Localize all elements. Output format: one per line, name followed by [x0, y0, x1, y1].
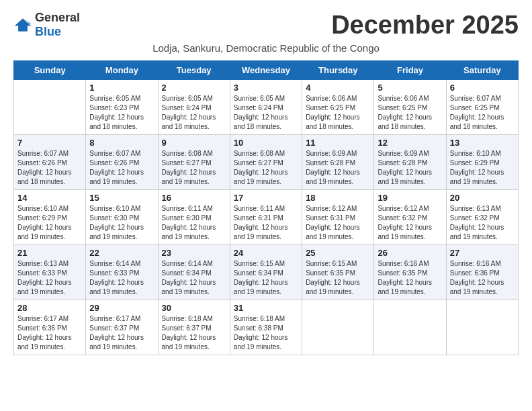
- calendar-cell: 10Sunrise: 6:08 AMSunset: 6:27 PMDayligh…: [230, 135, 302, 190]
- day-number: 11: [306, 138, 370, 148]
- calendar-table: SundayMondayTuesdayWednesdayThursdayFrid…: [13, 60, 519, 355]
- day-info: Sunrise: 6:06 AMSunset: 6:25 PMDaylight:…: [306, 94, 370, 132]
- calendar-cell: 22Sunrise: 6:14 AMSunset: 6:33 PMDayligh…: [86, 245, 158, 300]
- day-info: Sunrise: 6:18 AMSunset: 6:38 PMDaylight:…: [234, 314, 298, 352]
- calendar-cell: 23Sunrise: 6:14 AMSunset: 6:34 PMDayligh…: [158, 245, 230, 300]
- day-number: 21: [17, 248, 82, 258]
- weekday-header-tuesday: Tuesday: [158, 61, 230, 80]
- day-number: 15: [89, 193, 154, 203]
- day-info: Sunrise: 6:18 AMSunset: 6:37 PMDaylight:…: [162, 314, 226, 352]
- day-info: Sunrise: 6:10 AMSunset: 6:30 PMDaylight:…: [89, 204, 154, 242]
- calendar-cell: 17Sunrise: 6:11 AMSunset: 6:31 PMDayligh…: [230, 190, 302, 245]
- day-info: Sunrise: 6:05 AMSunset: 6:24 PMDaylight:…: [162, 94, 226, 132]
- day-info: Sunrise: 6:11 AMSunset: 6:31 PMDaylight:…: [234, 204, 298, 242]
- day-number: 27: [450, 248, 515, 258]
- calendar-cell: [302, 300, 374, 355]
- calendar-week-row: 21Sunrise: 6:13 AMSunset: 6:33 PMDayligh…: [14, 245, 519, 300]
- calendar-cell: 2Sunrise: 6:05 AMSunset: 6:24 PMDaylight…: [158, 80, 230, 135]
- day-info: Sunrise: 6:15 AMSunset: 6:35 PMDaylight:…: [306, 259, 370, 297]
- day-number: 7: [17, 138, 82, 148]
- calendar-cell: 28Sunrise: 6:17 AMSunset: 6:36 PMDayligh…: [14, 300, 86, 355]
- day-info: Sunrise: 6:17 AMSunset: 6:36 PMDaylight:…: [17, 314, 82, 352]
- calendar-cell: 9Sunrise: 6:08 AMSunset: 6:27 PMDaylight…: [158, 135, 230, 190]
- day-info: Sunrise: 6:05 AMSunset: 6:24 PMDaylight:…: [234, 94, 298, 132]
- day-number: 24: [234, 248, 298, 258]
- day-info: Sunrise: 6:10 AMSunset: 6:29 PMDaylight:…: [17, 204, 82, 242]
- day-number: 20: [450, 193, 515, 203]
- calendar-cell: 8Sunrise: 6:07 AMSunset: 6:26 PMDaylight…: [86, 135, 158, 190]
- calendar-cell: 6Sunrise: 6:07 AMSunset: 6:25 PMDaylight…: [446, 80, 518, 135]
- day-info: Sunrise: 6:11 AMSunset: 6:30 PMDaylight:…: [162, 204, 226, 242]
- day-number: 4: [306, 83, 370, 93]
- day-info: Sunrise: 6:13 AMSunset: 6:32 PMDaylight:…: [450, 204, 515, 242]
- day-number: 9: [162, 138, 226, 148]
- day-info: Sunrise: 6:05 AMSunset: 6:23 PMDaylight:…: [89, 94, 154, 132]
- logo-blue: Blue: [35, 25, 61, 38]
- day-number: 2: [162, 83, 226, 93]
- calendar-cell: 20Sunrise: 6:13 AMSunset: 6:32 PMDayligh…: [446, 190, 518, 245]
- day-number: 17: [234, 193, 298, 203]
- day-number: 25: [306, 248, 370, 258]
- location-subtitle: Lodja, Sankuru, Democratic Republic of t…: [13, 42, 519, 54]
- weekday-header-friday: Friday: [374, 61, 446, 80]
- calendar-cell: 27Sunrise: 6:16 AMSunset: 6:36 PMDayligh…: [446, 245, 518, 300]
- day-number: 30: [162, 303, 226, 313]
- day-number: 22: [89, 248, 154, 258]
- svg-marker-0: [15, 18, 32, 31]
- logo-icon: [13, 17, 32, 32]
- calendar-cell: 11Sunrise: 6:09 AMSunset: 6:28 PMDayligh…: [302, 135, 374, 190]
- calendar-cell: 16Sunrise: 6:11 AMSunset: 6:30 PMDayligh…: [158, 190, 230, 245]
- day-info: Sunrise: 6:08 AMSunset: 6:27 PMDaylight:…: [234, 149, 298, 187]
- day-info: Sunrise: 6:17 AMSunset: 6:37 PMDaylight:…: [89, 314, 154, 352]
- calendar-cell: [14, 80, 86, 135]
- logo-general: General: [35, 11, 80, 24]
- day-info: Sunrise: 6:07 AMSunset: 6:26 PMDaylight:…: [17, 149, 82, 187]
- month-year-title: December 2025: [331, 11, 519, 40]
- day-info: Sunrise: 6:09 AMSunset: 6:28 PMDaylight:…: [378, 149, 442, 187]
- day-info: Sunrise: 6:07 AMSunset: 6:26 PMDaylight:…: [89, 149, 154, 187]
- day-number: 1: [89, 83, 154, 93]
- day-number: 29: [89, 303, 154, 313]
- calendar-cell: 13Sunrise: 6:10 AMSunset: 6:29 PMDayligh…: [446, 135, 518, 190]
- weekday-header-monday: Monday: [86, 61, 158, 80]
- day-number: 19: [378, 193, 442, 203]
- day-number: 16: [162, 193, 226, 203]
- day-number: 13: [450, 138, 515, 148]
- calendar-cell: 15Sunrise: 6:10 AMSunset: 6:30 PMDayligh…: [86, 190, 158, 245]
- weekday-header-wednesday: Wednesday: [230, 61, 302, 80]
- day-number: 12: [378, 138, 442, 148]
- logo-text: General Blue: [35, 11, 80, 39]
- calendar-cell: 29Sunrise: 6:17 AMSunset: 6:37 PMDayligh…: [86, 300, 158, 355]
- day-number: 23: [162, 248, 226, 258]
- day-info: Sunrise: 6:12 AMSunset: 6:32 PMDaylight:…: [378, 204, 442, 242]
- day-info: Sunrise: 6:16 AMSunset: 6:36 PMDaylight:…: [450, 259, 515, 297]
- weekday-header-sunday: Sunday: [14, 61, 86, 80]
- calendar-cell: 5Sunrise: 6:06 AMSunset: 6:25 PMDaylight…: [374, 80, 446, 135]
- calendar-cell: 7Sunrise: 6:07 AMSunset: 6:26 PMDaylight…: [14, 135, 86, 190]
- day-number: 10: [234, 138, 298, 148]
- day-info: Sunrise: 6:10 AMSunset: 6:29 PMDaylight:…: [450, 149, 515, 187]
- calendar-week-row: 28Sunrise: 6:17 AMSunset: 6:36 PMDayligh…: [14, 300, 519, 355]
- calendar-week-row: 1Sunrise: 6:05 AMSunset: 6:23 PMDaylight…: [14, 80, 519, 135]
- day-number: 18: [306, 193, 370, 203]
- day-info: Sunrise: 6:16 AMSunset: 6:35 PMDaylight:…: [378, 259, 442, 297]
- day-number: 26: [378, 248, 442, 258]
- calendar-cell: 24Sunrise: 6:15 AMSunset: 6:34 PMDayligh…: [230, 245, 302, 300]
- calendar-cell: 4Sunrise: 6:06 AMSunset: 6:25 PMDaylight…: [302, 80, 374, 135]
- calendar-cell: 3Sunrise: 6:05 AMSunset: 6:24 PMDaylight…: [230, 80, 302, 135]
- calendar-week-row: 14Sunrise: 6:10 AMSunset: 6:29 PMDayligh…: [14, 190, 519, 245]
- calendar-cell: 31Sunrise: 6:18 AMSunset: 6:38 PMDayligh…: [230, 300, 302, 355]
- weekday-header-thursday: Thursday: [302, 61, 374, 80]
- day-info: Sunrise: 6:15 AMSunset: 6:34 PMDaylight:…: [234, 259, 298, 297]
- day-number: 31: [234, 303, 298, 313]
- calendar-cell: 30Sunrise: 6:18 AMSunset: 6:37 PMDayligh…: [158, 300, 230, 355]
- day-number: 14: [17, 193, 82, 203]
- weekday-header-saturday: Saturday: [446, 61, 518, 80]
- day-info: Sunrise: 6:08 AMSunset: 6:27 PMDaylight:…: [162, 149, 226, 187]
- day-number: 3: [234, 83, 298, 93]
- calendar-cell: 25Sunrise: 6:15 AMSunset: 6:35 PMDayligh…: [302, 245, 374, 300]
- day-info: Sunrise: 6:14 AMSunset: 6:33 PMDaylight:…: [89, 259, 154, 297]
- calendar-cell: 18Sunrise: 6:12 AMSunset: 6:31 PMDayligh…: [302, 190, 374, 245]
- calendar-week-row: 7Sunrise: 6:07 AMSunset: 6:26 PMDaylight…: [14, 135, 519, 190]
- day-number: 8: [89, 138, 154, 148]
